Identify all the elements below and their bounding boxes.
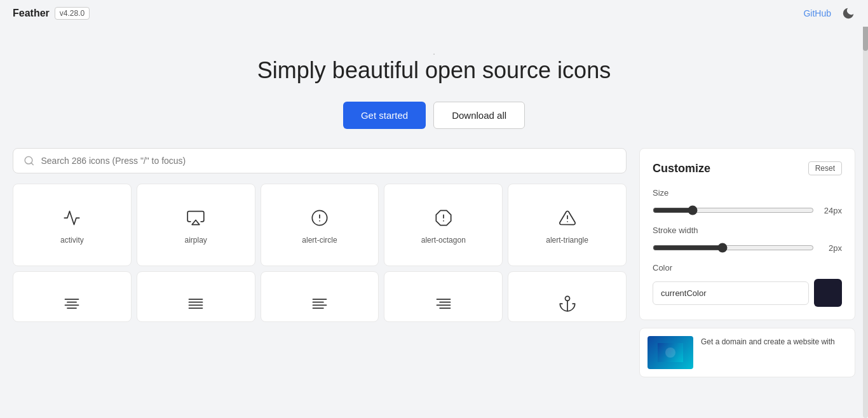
- search-input[interactable]: [41, 156, 616, 166]
- align-justify-icon: [187, 295, 205, 313]
- icon-grid-row2: [13, 271, 627, 322]
- align-center-icon: [63, 295, 81, 313]
- icon-label-alert-circle: alert-circle: [302, 236, 337, 245]
- size-slider-row: 24px: [653, 204, 842, 217]
- activity-icon: [63, 209, 81, 227]
- icon-card-align-left[interactable]: [261, 271, 379, 322]
- icon-card-align-justify[interactable]: [137, 271, 255, 322]
- icon-card-anchor[interactable]: [508, 271, 627, 322]
- header-right: GitHub: [803, 6, 855, 20]
- stroke-value: 2px: [822, 243, 842, 253]
- ad-thumbnail: [648, 336, 693, 369]
- color-input[interactable]: [653, 281, 809, 305]
- size-slider[interactable]: [653, 205, 814, 215]
- icon-label-airplay: airplay: [185, 236, 207, 245]
- moon-icon[interactable]: [841, 6, 855, 20]
- icon-card-alert-circle[interactable]: alert-circle: [261, 184, 379, 266]
- size-label: Size: [653, 188, 842, 198]
- icon-card-align-right[interactable]: [384, 271, 503, 322]
- github-link[interactable]: GitHub: [803, 8, 831, 18]
- scrollbar[interactable]: [863, 0, 868, 418]
- hero-buttons: Get started Download all: [13, 102, 855, 129]
- color-row: [653, 279, 842, 307]
- stroke-slider-container: [653, 241, 814, 254]
- brand-name: Feather: [13, 8, 50, 19]
- search-bar: [13, 148, 627, 173]
- hero-section: • Simply beautiful open source icons Get…: [0, 27, 868, 148]
- align-right-icon: [435, 295, 452, 313]
- reset-button[interactable]: Reset: [808, 161, 842, 175]
- hero-dot: •: [13, 52, 855, 56]
- header: Feather v4.28.0 GitHub: [0, 0, 868, 27]
- svg-marker-2: [192, 220, 200, 225]
- main-content: activity airplay alert-circle: [0, 148, 868, 390]
- icon-label-alert-triangle: alert-triangle: [546, 236, 588, 245]
- alert-octagon-icon: [435, 209, 452, 227]
- color-label: Color: [653, 263, 842, 273]
- search-icon: [24, 155, 34, 166]
- stroke-label: Stroke width: [653, 226, 842, 235]
- customize-title: Customize: [653, 162, 710, 175]
- download-all-button[interactable]: Download all: [433, 102, 525, 129]
- hero-title: Simply beautiful open source icons: [13, 57, 855, 84]
- sidebar: Customize Reset Size 24px Stroke width 2…: [639, 148, 855, 377]
- anchor-icon: [559, 295, 576, 313]
- svg-point-30: [665, 347, 675, 358]
- ad-thumb-image: [658, 343, 683, 362]
- header-left: Feather v4.28.0: [13, 7, 90, 20]
- icon-label-alert-octagon: alert-octagon: [421, 236, 466, 245]
- icon-card-align-center[interactable]: [13, 271, 132, 322]
- version-badge: v4.28.0: [55, 7, 90, 20]
- stroke-slider-row: 2px: [653, 241, 842, 254]
- size-slider-container: [653, 204, 814, 217]
- svg-point-27: [565, 296, 569, 300]
- ad-block: Get a domain and create a website with: [639, 328, 855, 377]
- customize-header: Customize Reset: [653, 161, 842, 175]
- customize-panel: Customize Reset Size 24px Stroke width 2…: [639, 148, 855, 320]
- icon-card-alert-octagon[interactable]: alert-octagon: [384, 184, 503, 266]
- icon-card-activity[interactable]: activity: [13, 184, 132, 266]
- icon-grid-row1: activity airplay alert-circle: [13, 184, 627, 266]
- ad-text: Get a domain and create a website with: [701, 336, 835, 347]
- align-left-icon: [311, 295, 329, 313]
- stroke-slider[interactable]: [653, 243, 814, 253]
- icons-section: activity airplay alert-circle: [13, 148, 627, 377]
- get-started-button[interactable]: Get started: [343, 102, 426, 129]
- icon-label-activity: activity: [60, 236, 84, 245]
- alert-triangle-icon: [559, 209, 576, 227]
- alert-circle-icon: [311, 209, 329, 227]
- size-value: 24px: [822, 206, 842, 215]
- airplay-icon: [187, 209, 205, 227]
- icon-card-alert-triangle[interactable]: alert-triangle: [508, 184, 627, 266]
- svg-line-1: [31, 163, 33, 165]
- icon-card-airplay[interactable]: airplay: [137, 184, 255, 266]
- color-swatch[interactable]: [814, 279, 842, 307]
